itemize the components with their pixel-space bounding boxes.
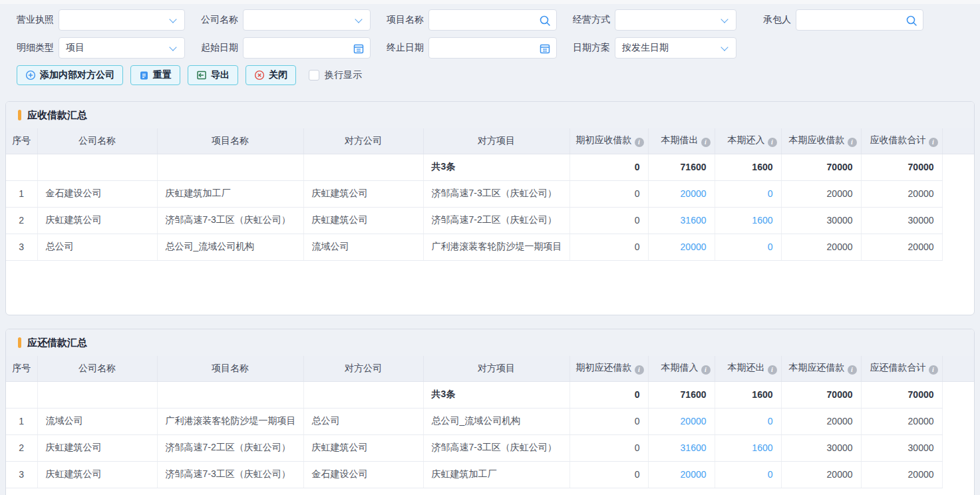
col-lent: 本期借出 <box>648 128 715 154</box>
col-label: 应还借款合计 <box>870 362 926 373</box>
chevron-down-icon <box>169 43 176 51</box>
summary-row: 共3条 0 71600 1600 70000 70000 <box>6 381 974 408</box>
col-seq: 序号 <box>6 356 37 381</box>
cell-project: 总公司_流域公司机构 <box>157 234 303 260</box>
cell-project: 济邹高速7-2工区（庆虹公司） <box>157 434 303 461</box>
cell-current: 30000 <box>781 207 861 234</box>
col-company: 公司名称 <box>37 356 157 381</box>
receivable-header-row: 序号 公司名称 项目名称 对方公司 对方项目 期初应收借款 本期借出 本期还入 … <box>6 128 974 154</box>
end-date-input[interactable] <box>428 37 557 59</box>
cell-opening: 0 <box>570 207 648 234</box>
cell-opening: 0 <box>570 234 648 260</box>
add-internal-company-button[interactable]: 添加内部对方公司 <box>17 65 123 85</box>
info-icon[interactable] <box>768 138 777 147</box>
detail-type-select[interactable]: 项目 <box>59 37 185 59</box>
date-scheme-label: 日期方案 <box>573 42 610 54</box>
info-icon[interactable] <box>635 365 644 375</box>
info-icon[interactable] <box>768 365 777 375</box>
cell-repaid-out-link[interactable]: 0 <box>715 461 781 488</box>
cell-repaid-out-link[interactable]: 0 <box>715 408 781 434</box>
cell-repaid-in-link[interactable]: 0 <box>715 234 781 260</box>
cell-repaid-in-link[interactable]: 0 <box>715 180 781 207</box>
info-icon[interactable] <box>929 138 938 147</box>
cell-current: 20000 <box>781 408 861 434</box>
col-company: 公司名称 <box>37 128 157 154</box>
cell-company: 总公司 <box>37 234 157 260</box>
payable-summary-panel: 应还借款汇总 序号 公司名称 项目名称 对方公司 对方项目 期初应还借款 本期借… <box>5 329 975 495</box>
col-current-payable: 本期应还借款 <box>781 356 861 381</box>
col-label: 本期借出 <box>661 134 699 145</box>
chevron-down-icon <box>721 43 728 51</box>
col-label: 本期应还借款 <box>789 362 845 373</box>
table-row[interactable]: 2 庆虹建筑公司 济邹高速7-3工区（庆虹公司） 庆虹建筑公司 济邹高速7-2工… <box>6 207 974 234</box>
wrap-display-toggle[interactable]: 换行显示 <box>309 69 362 81</box>
cell-repaid-out-link[interactable]: 1600 <box>715 434 781 461</box>
search-icon <box>905 15 917 27</box>
cell-current: 20000 <box>781 234 861 260</box>
export-excel-icon <box>196 70 207 81</box>
cell-borrowed-link[interactable]: 20000 <box>648 408 715 434</box>
cell-opening: 0 <box>570 408 648 434</box>
cell-lent-link[interactable]: 20000 <box>648 234 715 260</box>
wrap-display-checkbox[interactable] <box>309 70 319 81</box>
cell-lent-link[interactable]: 20000 <box>648 180 715 207</box>
cell-lent-link[interactable]: 31600 <box>648 207 715 234</box>
date-scheme-value: 按发生日期 <box>622 42 669 54</box>
close-button[interactable]: 关闭 <box>245 65 296 85</box>
cell-total: 20000 <box>861 180 942 207</box>
detail-type-value: 项目 <box>66 42 84 54</box>
cell-borrowed-link[interactable]: 20000 <box>648 461 715 488</box>
cell-counterparty-project: 济邹高速7-2工区（庆虹公司） <box>423 207 570 234</box>
payable-panel-title: 应还借款汇总 <box>6 329 974 356</box>
info-icon[interactable] <box>848 365 857 375</box>
info-icon[interactable] <box>701 138 711 147</box>
date-scheme-group: 日期方案 按发生日期 <box>573 37 736 59</box>
title-marker <box>18 337 21 348</box>
project-name-search-input[interactable] <box>428 9 557 31</box>
sum-total: 70000 <box>861 381 942 408</box>
receivable-panel-title: 应收借款汇总 <box>6 102 974 128</box>
payable-title-text: 应还借款汇总 <box>27 337 87 349</box>
cell-seq: 2 <box>6 207 37 234</box>
cell-company: 庆虹建筑公司 <box>37 207 157 234</box>
col-total-payable: 应还借款合计 <box>861 356 942 381</box>
export-button[interactable]: 导出 <box>188 65 238 85</box>
start-date-group: 起始日期 <box>201 37 371 59</box>
table-row[interactable]: 1 金石建设公司 庆虹建筑加工厂 庆虹建筑公司 济邹高速7-3工区（庆虹公司） … <box>6 180 974 207</box>
filter-row-1: 营业执照 公司名称 项目名称 经营方式 <box>17 9 980 31</box>
business-license-select[interactable] <box>59 9 185 31</box>
col-project: 项目名称 <box>157 356 303 381</box>
col-project: 项目名称 <box>157 128 303 154</box>
operation-mode-group: 经营方式 <box>573 9 736 31</box>
info-icon[interactable] <box>635 138 644 147</box>
cell-company: 庆虹建筑公司 <box>37 461 157 488</box>
reset-button[interactable]: 重置 <box>130 65 180 85</box>
filter-bar: 营业执照 公司名称 项目名称 经营方式 <box>0 4 980 59</box>
cell-opening: 0 <box>570 461 648 488</box>
cell-borrowed-link[interactable]: 31600 <box>648 434 715 461</box>
operation-mode-select[interactable] <box>615 9 736 31</box>
receivable-title-text: 应收借款汇总 <box>27 109 87 122</box>
contractor-search-input[interactable] <box>796 9 923 31</box>
col-total-receivable: 应收借款合计 <box>861 128 942 154</box>
info-icon[interactable] <box>929 365 938 375</box>
col-current-receivable: 本期应收借款 <box>781 128 861 154</box>
cell-current: 20000 <box>781 461 861 488</box>
table-row[interactable]: 3 总公司 总公司_流域公司机构 流域公司 广利港滚装客轮防沙堤一期项目 0 2… <box>6 234 974 260</box>
start-date-input[interactable] <box>243 37 371 59</box>
chevron-down-icon <box>721 15 728 23</box>
cell-counterparty-project: 广利港滚装客轮防沙堤一期项目 <box>423 234 570 260</box>
table-row[interactable]: 2 庆虹建筑公司 济邹高速7-2工区（庆虹公司） 庆虹建筑公司 济邹高速7-3工… <box>6 434 974 461</box>
col-counterparty-project: 对方项目 <box>423 356 570 381</box>
info-icon[interactable] <box>848 138 857 147</box>
cell-counterparty: 庆虹建筑公司 <box>303 180 423 207</box>
date-scheme-select[interactable]: 按发生日期 <box>615 37 736 59</box>
col-repaid-out: 本期还出 <box>715 356 781 381</box>
cell-repaid-in-link[interactable]: 1600 <box>715 207 781 234</box>
table-row[interactable]: 1 流域公司 广利港滚装客轮防沙堤一期项目 总公司 总公司_流域公司机构 0 2… <box>6 408 974 434</box>
col-label: 本期还入 <box>728 134 765 145</box>
info-icon[interactable] <box>701 365 711 375</box>
table-row[interactable]: 3 庆虹建筑公司 济邹高速7-3工区（庆虹公司） 金石建设公司 庆虹建筑加工厂 … <box>6 461 974 488</box>
sum-opening: 0 <box>570 154 648 180</box>
company-name-select[interactable] <box>243 9 371 31</box>
